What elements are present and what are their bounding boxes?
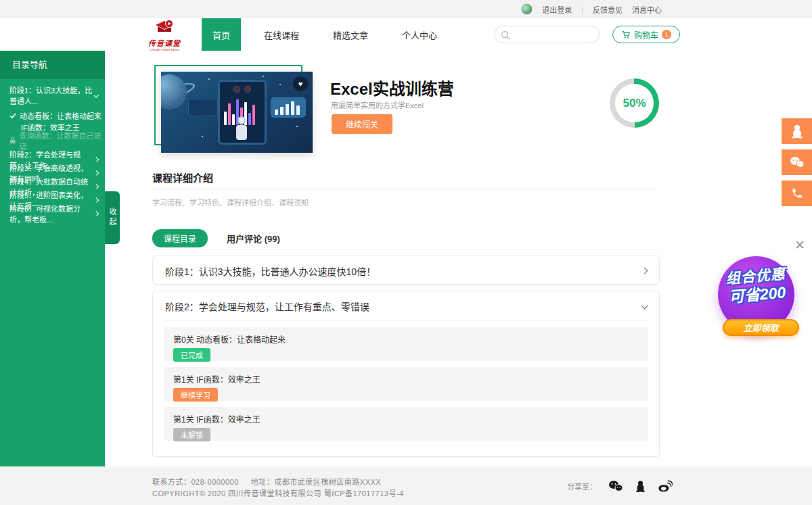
detail-heading: 课程详细介绍: [152, 170, 213, 185]
course-title: Excel实战训练营: [330, 76, 454, 99]
promo-close-button[interactable]: ✕: [794, 237, 805, 253]
nav-items: 首页 在线课程 精选文章 个人中心: [202, 18, 460, 51]
stage2-title: 阶段2：学会处理与规范，让工作有重点、零错误: [165, 299, 369, 313]
weibo-share-icon[interactable]: [658, 480, 673, 493]
lesson-title: 第1关 IF函数：效率之王: [173, 413, 639, 425]
continue-course-button[interactable]: 继续闯关: [332, 114, 392, 134]
search-icon: [501, 30, 510, 40]
logo-title: 传音课堂: [144, 37, 185, 48]
sidebar-title: 目录导航: [0, 51, 105, 79]
lesson-row-2[interactable]: 第1关 IF函数：效率之王 未解锁: [164, 407, 648, 441]
topbar: 退出登录 | 反馈意见 消息中心: [0, 0, 812, 18]
sidebar-item-stage1[interactable]: 阶段1：认识3大技能，比普通人...: [0, 87, 105, 103]
nav-item-articles[interactable]: 精选文章: [322, 18, 379, 51]
status-badge-continue[interactable]: 继续学习: [173, 388, 218, 402]
phone-contact-button[interactable]: [782, 181, 812, 206]
sidebar-item-stage6[interactable]: 阶段6：可视化数据分析，帮老板...: [0, 207, 105, 220]
cart-count-badge: 1: [662, 30, 671, 39]
sidebar-collapse-button[interactable]: 收起: [105, 191, 120, 244]
cart-label: 购物车: [634, 29, 658, 41]
planet: [161, 74, 187, 110]
stage2-header[interactable]: 阶段2：学会处理与规范，让工作有重点、零错误: [153, 291, 659, 320]
sidebar-item-label: 阶段1：认识3大技能，比普通人...: [9, 85, 95, 106]
favorite-button[interactable]: ♥: [293, 76, 308, 91]
phone-icon: [791, 187, 803, 199]
page: 退出登录 | 反馈意见 消息中心 传音课堂 CHUANYINKETANG 首页 …: [0, 0, 812, 505]
detail-summary: 学习流程、学习特色、课程详细介绍、课程须知: [152, 197, 309, 208]
wechat-share-icon[interactable]: [608, 480, 623, 492]
progress-ring: 50%: [610, 78, 659, 128]
chart-panel-right: [271, 97, 306, 118]
qq-contact-button[interactable]: [782, 118, 812, 144]
astronaut: [234, 116, 249, 146]
cart-icon: [621, 30, 631, 39]
nav-item-courses[interactable]: 在线课程: [253, 18, 310, 51]
chevron-down-icon: [641, 303, 648, 310]
tabs: 课程目录 用户评论 (99): [152, 229, 280, 247]
lesson-row-0[interactable]: 第0关 动态看板：让表格动起来 已完成: [164, 327, 648, 361]
sidebar-lesson-lookup[interactable]: 查询函数：让数据自己说话: [0, 135, 105, 146]
nav-item-profile[interactable]: 个人中心: [391, 18, 448, 51]
promo-claim-button[interactable]: 立即领取: [723, 319, 799, 336]
progress-value: 50%: [623, 97, 646, 110]
logo-icon: [153, 20, 176, 34]
status-badge-locked[interactable]: 未解锁: [173, 428, 210, 441]
chevron-down-icon: [94, 93, 99, 98]
chevron-right-icon: [641, 268, 648, 274]
sidebar-lesson-label: 查询函数：让数据自己说话: [20, 130, 105, 151]
sidebar-item-label: 阶段6：可视化数据分析，帮老板...: [9, 203, 95, 224]
nav-item-home[interactable]: 首页: [202, 18, 241, 51]
tab-catalog[interactable]: 课程目录: [152, 229, 208, 247]
lesson-title: 第0关 动态看板：让表格动起来: [173, 333, 639, 345]
stage2-card: 阶段2：学会处理与规范，让工作有重点、零错误 第0关 动态看板：让表格动起来 已…: [152, 291, 660, 457]
lesson-title: 第1关 IF函数：效率之王: [173, 373, 639, 385]
status-badge-completed[interactable]: 已完成: [173, 348, 210, 362]
wechat-icon: [790, 156, 805, 168]
qq-icon: [790, 124, 804, 139]
check-icon: [9, 112, 16, 119]
stage1-card: 阶段1：认识3大技能，比普通人办公速度快10倍！: [152, 256, 660, 285]
catalog-sidebar: 目录导航 阶段1：认识3大技能，比普通人... 动态看板：让表格动起来 IF函数…: [0, 51, 105, 466]
avatar[interactable]: [521, 3, 533, 15]
divider: [164, 320, 648, 321]
share-bar: 分享至：: [567, 479, 673, 493]
course-subtitle: 用最简单实用的方式学Excel: [331, 99, 424, 110]
sidebar-lesson-label: 动态看板：让表格动起来: [20, 110, 102, 121]
cart-button[interactable]: 购物车 1: [612, 26, 680, 43]
topbar-divider: |: [581, 5, 583, 14]
share-label: 分享至：: [567, 481, 597, 491]
divider: [152, 249, 660, 249]
footer: 联系方式：028-0000000地址：成都市武侯区槐树店南路XXXX COPYR…: [0, 466, 812, 505]
logout-link[interactable]: 退出登录: [542, 4, 572, 15]
footer-contact: 联系方式：028-0000000: [152, 478, 239, 486]
course-banner-image[interactable]: ♥: [161, 72, 313, 153]
messages-link[interactable]: 消息中心: [632, 4, 662, 15]
stage1-title: 阶段1：认识3大技能，比普通人办公速度快10倍！: [165, 264, 376, 278]
logo[interactable]: 传音课堂 CHUANYINKETANG: [144, 20, 185, 51]
lesson-row-1[interactable]: 第1关 IF函数：效率之王 继续学习: [164, 367, 648, 401]
sidebar-lesson-dashboard[interactable]: 动态看板：让表格动起来: [0, 110, 105, 121]
wechat-contact-button[interactable]: [782, 149, 812, 175]
tab-comments[interactable]: 用户评论 (99): [227, 232, 280, 245]
divider: [152, 189, 660, 189]
footer-copyright: COPYRIGHT© 2020 四川传音课堂科技有限公司 蜀ICP备170177…: [152, 487, 404, 498]
lock-icon: [9, 137, 16, 144]
navbar: 传音课堂 CHUANYINKETANG 首页 在线课程 精选文章 个人中心 搜索…: [0, 18, 812, 51]
footer-address: 地址：成都市武侯区槐树店南路XXXX: [251, 478, 381, 486]
footer-contact-line: 联系方式：028-0000000地址：成都市武侯区槐树店南路XXXX: [152, 476, 393, 487]
chart-panel-left: [188, 99, 218, 116]
close-icon: ✕: [794, 238, 805, 252]
feedback-link[interactable]: 反馈意见: [593, 4, 623, 15]
logo-subtitle: CHUANYINKETANG: [144, 48, 185, 51]
collapse-label: 收起: [107, 208, 118, 228]
search-input[interactable]: [495, 26, 600, 43]
stage1-header[interactable]: 阶段1：认识3大技能，比普通人办公速度快10倍！: [153, 256, 659, 285]
search-bar: 搜索: [494, 26, 600, 43]
qq-share-icon[interactable]: [635, 479, 646, 493]
heart-icon: ♥: [298, 80, 303, 88]
sidebar-stage-list: 阶段2：学会处理与规范，让工作... 阶段3：学会高级透视，拥有同时... 阶段…: [0, 153, 105, 220]
